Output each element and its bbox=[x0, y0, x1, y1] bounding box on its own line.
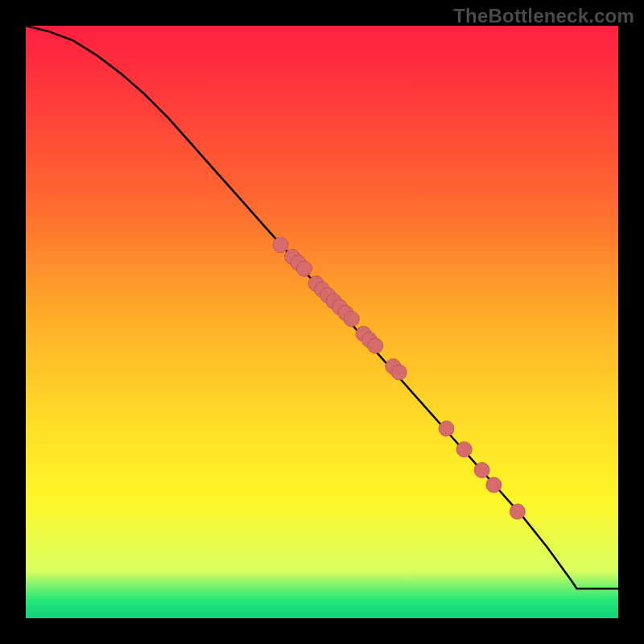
scatter-layer bbox=[26, 26, 618, 618]
data-point bbox=[273, 237, 288, 253]
data-point bbox=[486, 477, 502, 493]
data-point bbox=[391, 365, 407, 380]
data-point bbox=[439, 421, 454, 436]
scatter-points bbox=[273, 237, 526, 519]
data-point bbox=[510, 504, 525, 519]
plot-area bbox=[26, 26, 618, 618]
watermark-label: TheBottleneck.com bbox=[453, 5, 634, 27]
data-point bbox=[344, 312, 359, 327]
data-point bbox=[456, 442, 472, 457]
data-point bbox=[296, 261, 312, 276]
data-point bbox=[474, 462, 489, 477]
data-point bbox=[368, 338, 383, 353]
